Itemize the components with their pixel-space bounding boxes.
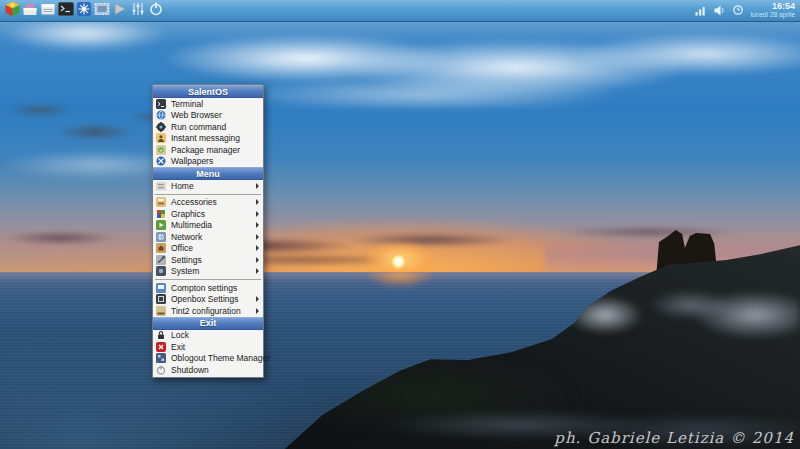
- menu-item-label: Multimedia: [171, 220, 212, 230]
- stamp-icon: [94, 1, 110, 21]
- submenu-arrow-icon: [256, 234, 259, 240]
- terminal-icon: [156, 99, 166, 109]
- menu-item-system[interactable]: System: [153, 266, 263, 278]
- menu-item-label: Wallpapers: [171, 156, 213, 166]
- clock-date: lunedì 28 aprile: [751, 12, 795, 19]
- wallpaper-sky: [0, 0, 800, 272]
- menu-item-settings[interactable]: Settings: [153, 254, 263, 266]
- menu-item-wallpapers[interactable]: Wallpapers: [153, 156, 263, 168]
- menu-item-accessories[interactable]: Accessories: [153, 197, 263, 209]
- launcher-apps-launcher[interactable]: [75, 0, 93, 22]
- menu-item-graphics[interactable]: Graphics: [153, 208, 263, 220]
- menu-item-label: Compton settings: [171, 283, 237, 293]
- menu-item-lock[interactable]: Lock: [153, 330, 263, 342]
- file-manager-icon: [40, 1, 56, 21]
- menu-item-label: Home: [171, 181, 194, 191]
- menu-header-salentos: SalentOS: [153, 85, 263, 98]
- menu-item-network[interactable]: Network: [153, 231, 263, 243]
- tray-network-status[interactable]: [695, 0, 709, 22]
- cliff-texture: [0, 0, 800, 449]
- submenu-arrow-icon: [256, 199, 259, 205]
- menu-header-exit: Exit: [153, 317, 263, 330]
- sea: [0, 272, 800, 449]
- openbox-icon: [156, 294, 166, 304]
- power-icon: [148, 1, 164, 21]
- menu-item-label: Exit: [171, 342, 185, 352]
- clock-time: 16:54: [772, 2, 795, 11]
- web-browser-icon: [156, 110, 166, 120]
- package-manager-icon: [156, 145, 166, 155]
- shutdown-icon: [156, 365, 166, 375]
- launcher-power-launcher[interactable]: [147, 0, 165, 22]
- horizon-haze: [545, 238, 800, 274]
- tray: [695, 0, 745, 22]
- menu-item-label: Office: [171, 243, 193, 253]
- menu-item-home[interactable]: Home: [153, 180, 263, 192]
- tray-volume[interactable]: [713, 0, 727, 22]
- exit-icon: [156, 342, 166, 352]
- system-icon: [156, 266, 166, 276]
- menu-item-terminal[interactable]: Terminal: [153, 98, 263, 110]
- submenu-arrow-icon: [256, 183, 259, 189]
- top-panel: 16:54 lunedì 28 aprile: [0, 0, 800, 22]
- mixer-icon: [130, 1, 146, 21]
- menu-item-oblogout-theme-manager[interactable]: Oblogout Theme Manager: [153, 353, 263, 365]
- menu-item-label: System: [171, 266, 199, 276]
- menu-item-label: Network: [171, 232, 202, 242]
- signal-bars-icon: [695, 2, 708, 20]
- clock[interactable]: 16:54 lunedì 28 aprile: [751, 2, 795, 19]
- menu-item-openbox-settings[interactable]: Openbox Settings: [153, 294, 263, 306]
- menu-item-label: Tint2 configuration: [171, 306, 241, 316]
- launcher-media-player-launcher[interactable]: [111, 0, 129, 22]
- graphics-icon: [156, 209, 166, 219]
- menu-item-office[interactable]: Office: [153, 243, 263, 255]
- menu-item-shutdown[interactable]: Shutdown: [153, 364, 263, 376]
- menu-item-run-command[interactable]: Run command: [153, 121, 263, 133]
- launcher-stamp-launcher[interactable]: [93, 0, 111, 22]
- cliff: [0, 0, 800, 449]
- submenu-arrow-icon: [256, 308, 259, 314]
- menu-item-compton-settings[interactable]: Compton settings: [153, 282, 263, 294]
- menu-item-instant-messaging[interactable]: Instant messaging: [153, 133, 263, 145]
- ring-icon: [732, 2, 744, 20]
- menu-item-label: Run command: [171, 122, 226, 132]
- launcher-mixer-launcher[interactable]: [129, 0, 147, 22]
- dark-clouds: [0, 92, 800, 154]
- launcher-file-manager-launcher[interactable]: [39, 0, 57, 22]
- launcher-terminal-launcher[interactable]: [57, 0, 75, 22]
- root-menu: SalentOSTerminalWeb BrowserRun commandIn…: [152, 84, 264, 378]
- places-icon: [22, 1, 38, 21]
- submenu-arrow-icon: [256, 245, 259, 251]
- speaker-icon: [714, 2, 726, 20]
- ruined-tower: [652, 228, 722, 278]
- launcher-bar: [0, 0, 165, 22]
- blue-star-icon: [76, 1, 92, 21]
- office-icon: [156, 243, 166, 253]
- network-icon: [156, 232, 166, 242]
- submenu-arrow-icon: [256, 268, 259, 274]
- menu-item-label: Lock: [171, 330, 189, 340]
- run-command-icon: [156, 122, 166, 132]
- menu-item-web-browser[interactable]: Web Browser: [153, 110, 263, 122]
- menu-item-label: Shutdown: [171, 365, 209, 375]
- menu-item-tint2-configuration[interactable]: Tint2 configuration: [153, 305, 263, 317]
- submenu-arrow-icon: [256, 211, 259, 217]
- play-icon: [112, 1, 128, 21]
- menu-separator: [155, 194, 261, 195]
- desktop: ph. Gabriele Letizia © 2014 16:54 lunedì…: [0, 0, 800, 449]
- launcher-salentos-logo[interactable]: [3, 0, 21, 22]
- menu-item-label: Web Browser: [171, 110, 222, 120]
- terminal-dark-icon: [58, 1, 74, 21]
- photo-credit: ph. Gabriele Letizia © 2014: [554, 429, 794, 447]
- sun-glow: [352, 234, 448, 276]
- tray-notifier[interactable]: [731, 0, 745, 22]
- wallpapers-icon: [156, 156, 166, 166]
- launcher-places-launcher[interactable]: [21, 0, 39, 22]
- submenu-arrow-icon: [256, 296, 259, 302]
- menu-item-package-manager[interactable]: Package manager: [153, 144, 263, 156]
- menu-separator: [155, 279, 261, 280]
- multimedia-icon: [156, 220, 166, 230]
- menu-item-exit[interactable]: Exit: [153, 341, 263, 353]
- menu-item-multimedia[interactable]: Multimedia: [153, 220, 263, 232]
- accessories-icon: [156, 197, 166, 207]
